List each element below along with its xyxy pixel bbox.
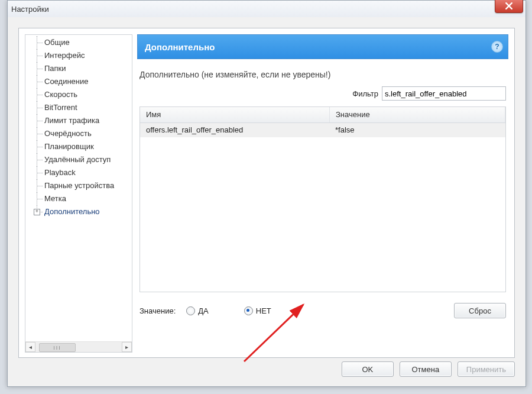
value-label: Значение: (140, 306, 176, 315)
radio-yes[interactable]: ДА (186, 306, 208, 315)
tree-item-connection[interactable]: Соединение (25, 75, 132, 88)
filter-label: Фильтр (352, 89, 378, 98)
radio-icon (186, 306, 195, 315)
advanced-pane: Дополнительно ? Дополнительно (не изменя… (137, 34, 508, 351)
close-icon (505, 2, 512, 9)
tree-item-paired-devices[interactable]: Парные устройства (25, 179, 132, 192)
radio-icon (244, 306, 253, 315)
tree-item-folders[interactable]: Папки (25, 62, 132, 75)
tree-item-speed[interactable]: Скорость (25, 88, 132, 101)
tree-item-labels[interactable]: Метка (25, 192, 132, 205)
cancel-button[interactable]: Отмена (400, 361, 452, 377)
cell-name: offers.left_rail_offer_enabled (140, 123, 329, 137)
settings-table: Имя Значение offers.left_rail_offer_enab… (140, 106, 506, 292)
tree-item-traffic-limit[interactable]: Лимит трафика (25, 114, 132, 127)
ok-button[interactable]: OK (342, 361, 394, 377)
cell-value: *false (329, 123, 505, 137)
tree-h-scrollbar[interactable]: ◂ III ▸ (25, 341, 132, 352)
tree-item-advanced[interactable]: +Дополнительно (25, 205, 132, 218)
tree-item-bittorrent[interactable]: BitTorrent (25, 101, 132, 114)
section-header: Дополнительно ? (137, 34, 508, 59)
section-title: Дополнительно (145, 42, 215, 52)
radio-no[interactable]: НЕТ (244, 306, 271, 315)
scroll-thumb[interactable]: III (39, 343, 76, 352)
window-title: Настройки (11, 5, 49, 14)
tree-item-remote[interactable]: Удалённый доступ (25, 153, 132, 166)
tree-item-general[interactable]: Общие (25, 36, 132, 49)
value-row: Значение: ДА НЕТ Сброс (140, 303, 506, 318)
reset-button[interactable]: Сброс (454, 303, 506, 318)
filter-input[interactable] (382, 86, 506, 101)
tree-item-playback[interactable]: Playback (25, 166, 132, 179)
apply-button[interactable]: Применить (458, 361, 515, 377)
col-name[interactable]: Имя (140, 107, 330, 122)
tree-item-queue[interactable]: Очерёдность (25, 127, 132, 140)
help-icon[interactable]: ? (491, 41, 503, 53)
scroll-right-arrow-icon[interactable]: ▸ (122, 342, 132, 352)
filter-row: Фильтр (140, 86, 506, 101)
main-panel: Общие Интерфейс Папки Соединение Скорост… (18, 28, 515, 358)
scroll-left-arrow-icon[interactable]: ◂ (25, 342, 35, 352)
col-value[interactable]: Значение (330, 107, 505, 122)
table-header[interactable]: Имя Значение (140, 107, 505, 123)
warning-text: Дополнительно (не изменяйте, если не уве… (140, 70, 506, 79)
tree-item-scheduler[interactable]: Планировщик (25, 140, 132, 153)
client-area: Общие Интерфейс Папки Соединение Скорост… (8, 17, 525, 386)
tree-item-interface[interactable]: Интерфейс (25, 49, 132, 62)
dialog-buttons: OK Отмена Применить (342, 361, 515, 377)
expand-icon[interactable]: + (34, 209, 40, 215)
scroll-track[interactable]: III (35, 342, 122, 352)
settings-tree[interactable]: Общие Интерфейс Папки Соединение Скорост… (25, 34, 132, 353)
radio-yes-label: ДА (198, 306, 208, 315)
title-bar: Настройки (8, 1, 525, 18)
radio-no-label: НЕТ (256, 306, 271, 315)
close-button[interactable] (495, 0, 523, 13)
settings-window: Настройки Общие Интерфейс Папки (7, 0, 526, 387)
table-row[interactable]: offers.left_rail_offer_enabled *false (140, 123, 505, 137)
